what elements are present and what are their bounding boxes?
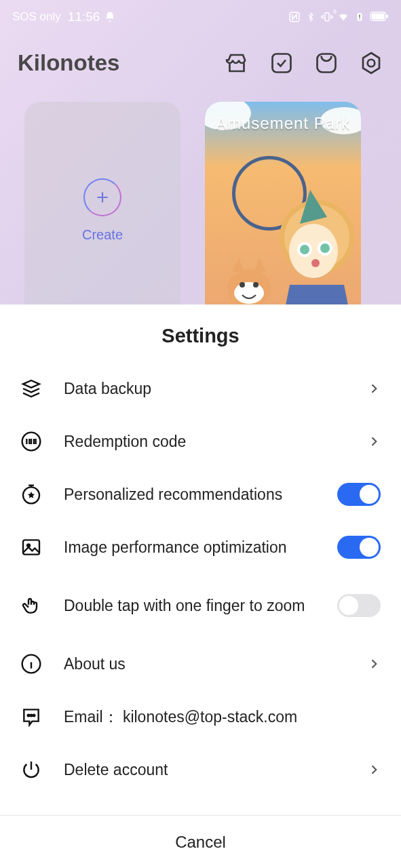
svg-point-21	[240, 282, 245, 288]
svg-point-17	[320, 243, 330, 253]
svg-point-29	[31, 715, 33, 717]
stopwatch-star-icon	[20, 484, 42, 505]
layers-icon	[20, 378, 42, 399]
row-delete[interactable]: Delete account	[20, 743, 381, 796]
label-image-perf: Image performance optimization	[64, 538, 316, 557]
label-delete: Delete account	[64, 760, 345, 780]
alert-icon	[354, 11, 366, 23]
nfc-icon	[288, 11, 301, 23]
app-header: Kilonotes	[0, 34, 401, 88]
svg-rect-3	[359, 15, 360, 18]
label-email: Email： kilonotes@top-stack.com	[64, 707, 381, 727]
status-right: 6	[288, 11, 389, 23]
chevron-right-icon	[367, 435, 381, 448]
svg-rect-25	[23, 540, 39, 554]
image-icon	[20, 536, 42, 558]
svg-rect-1	[325, 13, 329, 21]
import-icon[interactable]	[269, 51, 294, 75]
svg-point-20	[234, 282, 264, 304]
settings-sheet: Settings Data backup Redemption code	[0, 304, 401, 868]
row-redemption[interactable]: Redemption code	[20, 415, 381, 468]
settings-icon[interactable]	[359, 51, 383, 75]
chevron-right-icon	[367, 657, 381, 671]
app-title: Kilonotes	[18, 50, 119, 76]
svg-rect-8	[273, 54, 291, 73]
svg-rect-7	[387, 15, 389, 18]
plus-icon	[83, 178, 121, 216]
vibrate-icon	[321, 11, 333, 23]
barcode-icon	[20, 431, 42, 452]
row-email[interactable]: Email： kilonotes@top-stack.com	[20, 690, 381, 743]
svg-point-18	[311, 259, 320, 267]
status-time: 11:56	[68, 9, 100, 24]
label-redemption: Redemption code	[64, 432, 345, 452]
row-data-backup[interactable]: Data backup	[20, 362, 381, 415]
amusement-title: Amusement Park	[205, 114, 361, 133]
svg-point-28	[28, 715, 30, 717]
label-personalized: Personalized recommendations	[64, 485, 316, 505]
svg-point-10	[368, 60, 375, 67]
svg-rect-6	[372, 14, 385, 20]
bell-icon	[104, 11, 116, 23]
toggle-double-tap[interactable]	[337, 594, 381, 617]
status-left: SOS only 11:56	[12, 9, 116, 24]
header-icons	[225, 51, 383, 75]
label-double-tap: Double tap with one finger to zoom	[64, 588, 316, 624]
settings-list: Data backup Redemption code Personalized…	[0, 362, 401, 815]
row-personalized: Personalized recommendations	[20, 468, 381, 521]
scale-icon[interactable]	[314, 51, 339, 75]
row-about[interactable]: About us	[20, 637, 381, 690]
toggle-personalized[interactable]	[337, 483, 381, 506]
store-icon[interactable]	[225, 51, 249, 75]
chevron-right-icon	[367, 382, 381, 395]
chevron-right-icon	[367, 763, 381, 776]
wifi-icon: 6	[337, 11, 349, 23]
amusement-art	[205, 102, 361, 319]
svg-point-30	[33, 715, 35, 717]
pointer-icon	[20, 595, 42, 616]
row-image-perf: Image performance optimization	[20, 521, 381, 574]
create-label: Create	[82, 227, 123, 243]
svg-point-15	[300, 245, 309, 254]
create-card[interactable]: Create	[24, 102, 180, 319]
toggle-image-perf[interactable]	[337, 536, 381, 559]
power-icon	[20, 759, 42, 781]
sheet-footer: Cancel	[0, 815, 401, 868]
row-double-tap: Double tap with one finger to zoom	[20, 574, 381, 637]
bluetooth-icon	[305, 11, 317, 23]
svg-rect-4	[359, 18, 360, 19]
chat-icon	[20, 706, 42, 728]
battery-icon	[370, 11, 389, 23]
label-about: About us	[64, 654, 345, 674]
svg-rect-9	[318, 54, 336, 73]
svg-point-22	[253, 282, 259, 288]
info-icon	[20, 653, 42, 675]
status-bar: SOS only 11:56 6	[0, 0, 401, 34]
status-sos: SOS only	[12, 10, 61, 24]
label-data-backup: Data backup	[64, 379, 345, 399]
cards-area: Create	[0, 88, 401, 332]
sheet-title: Settings	[0, 304, 401, 362]
amusement-card[interactable]: Amusement Park	[205, 102, 361, 319]
cancel-button[interactable]: Cancel	[0, 816, 401, 868]
